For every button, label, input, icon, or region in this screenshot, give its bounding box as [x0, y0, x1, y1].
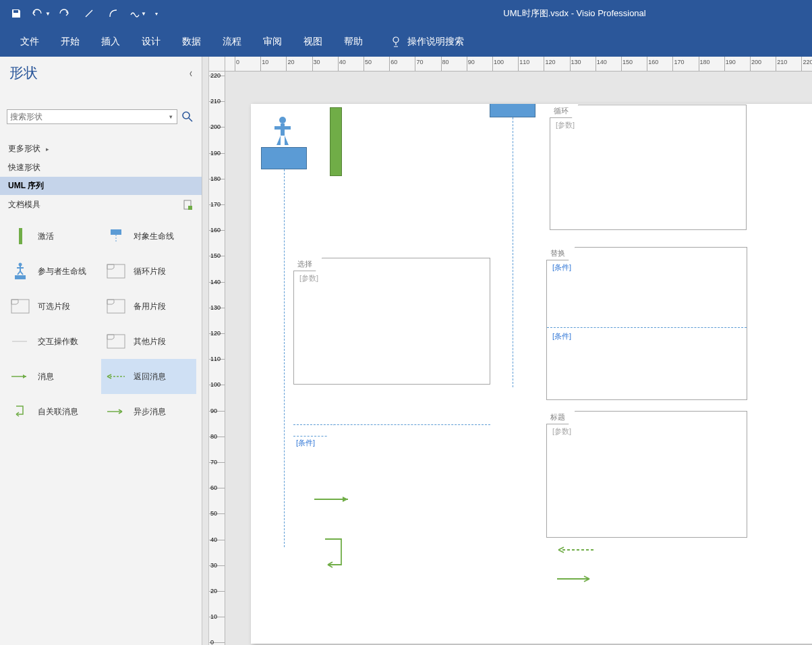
alt-divider	[547, 327, 747, 328]
object-lifeline-icon	[108, 228, 124, 244]
canvas-return-arrow[interactable]	[556, 546, 596, 556]
title-bar: ▼ ▼ ▾ UML时序图.vsdx - Visio Professional	[0, 0, 812, 27]
async-message-icon	[106, 408, 126, 415]
opt-fragment-icon	[11, 299, 30, 314]
actor-lifeline-icon	[12, 262, 28, 281]
canvas-actor-lifeline[interactable]	[269, 115, 296, 151]
search-dropdown-icon[interactable]: ▾	[168, 113, 174, 120]
quick-access-toolbar: ▼ ▼ ▾	[0, 3, 162, 24]
document-stencil[interactable]: 文档模具	[0, 195, 202, 215]
canvas-activation[interactable]	[330, 107, 342, 176]
main-area: 形状 ‹ ▾ 更多形状▸ 快速形状 UML 序列 文档模具 激活	[0, 57, 812, 645]
more-shapes-button[interactable]: 更多形状▸	[0, 134, 202, 159]
svg-point-22	[279, 117, 286, 123]
shape-loop-fragment[interactable]: 循环片段	[101, 254, 197, 289]
message-icon	[10, 373, 30, 380]
canvas-opt-fragment[interactable]: [条件]	[293, 424, 490, 450]
tab-help[interactable]: 帮助	[333, 29, 374, 55]
svg-rect-18	[107, 335, 125, 348]
tab-insert[interactable]: 插入	[90, 29, 131, 55]
svg-line-0	[86, 10, 92, 17]
uml-sequence-stencil[interactable]: UML 序列	[0, 177, 202, 195]
canvas-async-arrow[interactable]	[556, 575, 596, 585]
shapes-panel-title: 形状	[9, 63, 38, 82]
canvas-actor-dash[interactable]	[284, 169, 285, 547]
svg-rect-13	[15, 275, 26, 279]
shape-async-message[interactable]: 异步消息	[101, 394, 197, 429]
alt-cond-2: [条件]	[552, 331, 571, 341]
svg-rect-5	[188, 206, 192, 210]
canvas-self-message[interactable]	[321, 536, 345, 572]
undo-button[interactable]: ▼	[30, 3, 51, 24]
shape-other-fragment[interactable]: 其他片段	[101, 324, 197, 359]
shapes-panel: 形状 ‹ ▾ 更多形状▸ 快速形状 UML 序列 文档模具 激活	[0, 57, 202, 645]
loop-fragment-param: [参数]	[556, 120, 575, 130]
tab-design[interactable]: 设计	[131, 29, 171, 55]
select-fragment-label: 选择	[293, 258, 322, 271]
redo-button[interactable]	[54, 3, 76, 24]
canvas-object-head[interactable]	[490, 104, 535, 117]
canvas-alt-fragment[interactable]: 替换 [条件] [条件]	[546, 247, 747, 400]
collapse-shapes-button[interactable]: ‹	[190, 66, 192, 80]
shape-palette: 激活 对象生命线 参与者生命线 循环片段 可选片段 备用片段	[0, 215, 202, 433]
return-message-icon	[106, 373, 126, 380]
shape-object-lifeline[interactable]: 对象生命线	[101, 219, 197, 254]
search-button[interactable]	[180, 109, 195, 124]
qat-customize-button[interactable]: ▾	[151, 3, 162, 24]
tab-data[interactable]: 数据	[171, 29, 212, 55]
opt-cond: [条件]	[296, 438, 315, 448]
horizontal-ruler: 0102030405060708090100110120130140150160…	[225, 57, 812, 72]
self-message-icon	[12, 403, 28, 420]
alt-fragment-label: 替换	[546, 247, 575, 260]
shape-message[interactable]: 消息	[5, 359, 101, 394]
shape-interaction-count[interactable]: 交互操作数	[5, 324, 101, 359]
save-button[interactable]	[5, 3, 27, 24]
tab-review[interactable]: 审阅	[252, 29, 293, 55]
tab-file[interactable]: 文件	[9, 29, 50, 55]
panel-resize-grip[interactable]	[202, 57, 209, 645]
canvas-message-arrow[interactable]	[314, 495, 355, 505]
canvas-select-fragment[interactable]: 选择 [参数]	[293, 258, 490, 385]
other-fragment-icon	[107, 334, 125, 349]
freeform-tool-button[interactable]: ▼	[127, 3, 148, 24]
document-icon	[183, 200, 194, 211]
arc-tool-button[interactable]	[103, 3, 124, 24]
title-fragment-param: [参数]	[552, 426, 571, 437]
shape-self-message[interactable]: 自关联消息	[5, 394, 101, 429]
quick-shapes-stencil[interactable]: 快速形状	[0, 159, 202, 177]
activation-icon	[19, 228, 22, 244]
tab-home[interactable]: 开始	[50, 29, 90, 55]
tell-me-search[interactable]: 操作说明搜索	[379, 29, 475, 55]
svg-line-12	[20, 271, 23, 275]
vertical-ruler: 2202102001901801701601501401301201101009…	[209, 72, 225, 645]
ribbon-tabs: 文件 开始 插入 设计 数据 流程 审阅 视图 帮助 操作说明搜索	[0, 27, 812, 57]
search-shapes-input[interactable]: ▾	[7, 109, 177, 124]
canvas-object-dash[interactable]	[513, 117, 513, 387]
drawing-page[interactable]: 循环 [参数] 选择 [参数] 替换 [条件] [条件] 标题 [参数]	[251, 104, 812, 644]
tab-process[interactable]: 流程	[212, 29, 252, 55]
shape-alt-fragment[interactable]: 备用片段	[101, 289, 197, 324]
svg-rect-15	[11, 300, 29, 313]
select-fragment-param: [参数]	[299, 273, 318, 283]
shape-return-message[interactable]: 返回消息	[101, 359, 197, 394]
canvas-actor-head[interactable]	[261, 147, 307, 169]
line-tool-button[interactable]	[78, 3, 100, 24]
svg-rect-16	[107, 300, 125, 313]
svg-point-2	[183, 112, 190, 119]
svg-line-3	[189, 118, 192, 121]
interaction-icon	[11, 338, 30, 345]
loop-fragment-label: 循环	[550, 105, 579, 118]
canvas-area[interactable]: 0102030405060708090100110120130140150160…	[209, 57, 812, 645]
canvas-title-fragment[interactable]: 标题 [参数]	[546, 411, 747, 538]
svg-rect-24	[274, 126, 291, 130]
tab-view[interactable]: 视图	[293, 29, 333, 55]
alt-fragment-icon	[107, 299, 125, 314]
svg-point-8	[19, 263, 22, 267]
svg-rect-14	[107, 264, 125, 278]
title-fragment-label: 标题	[546, 411, 575, 424]
canvas-loop-fragment[interactable]: 循环 [参数]	[550, 105, 747, 230]
shape-activation[interactable]: 激活	[5, 219, 101, 254]
shape-actor-lifeline[interactable]: 参与者生命线	[5, 254, 101, 289]
svg-rect-6	[111, 229, 121, 235]
shape-opt-fragment[interactable]: 可选片段	[5, 289, 101, 324]
